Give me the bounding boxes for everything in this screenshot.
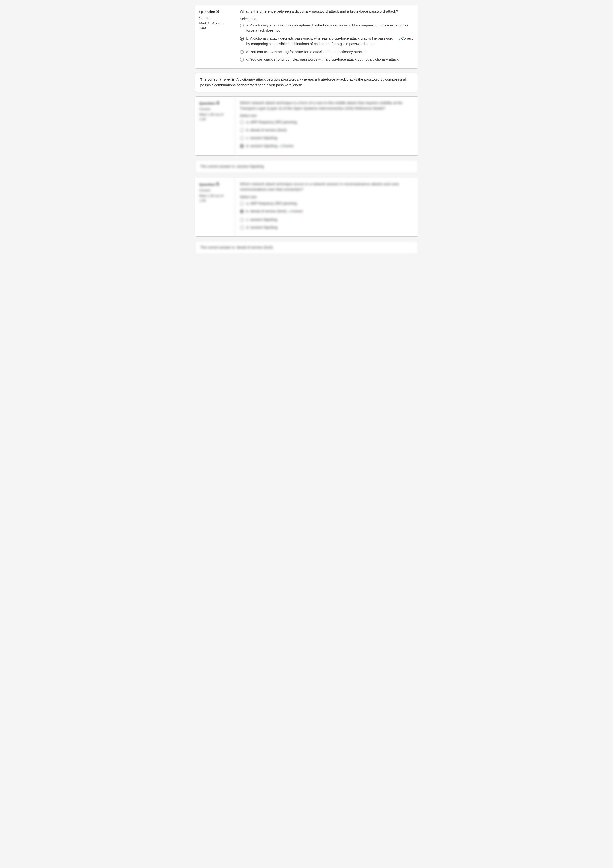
- option-text-q3-3: d. You can crack strong, complex passwor…: [247, 57, 399, 62]
- answer-box-q5: The correct answer is: denial of service…: [195, 241, 418, 254]
- option-text-q3-2: c. You can use Aircrack-ng for brute-for…: [247, 49, 366, 55]
- question-status-q3: Correct: [199, 16, 231, 20]
- radio-q5-2[interactable]: [240, 218, 244, 222]
- question-mark-q4: Mark 1.00 out of 1.00: [199, 112, 231, 122]
- radio-q3-1[interactable]: [240, 37, 244, 40]
- question-content-q3: What is the difference between a diction…: [235, 5, 418, 68]
- correct-check-icon-q4-3: ✔: [279, 143, 282, 149]
- option-text-q4-0: a. ARP frequency (RF) jamming: [247, 119, 297, 125]
- radio-q5-1[interactable]: [240, 209, 244, 214]
- correct-check-icon-q3-1: ✔: [398, 36, 402, 42]
- correct-label-q5-1: Correct: [291, 209, 303, 214]
- question-mark-q5: Mark 1.00 out of 1.00: [199, 194, 231, 203]
- question-number-q3: Question 3: [199, 9, 231, 14]
- question-mark-q3: Mark 1.00 out of 1.00: [199, 21, 231, 31]
- radio-q3-3[interactable]: [240, 58, 244, 62]
- question-block-q5: Question 5CorrectMark 1.00 out of 1.00Wh…: [195, 178, 418, 237]
- option-text-q4-3: d. session hijacking: [247, 143, 278, 149]
- correct-check-icon-q5-1: ✔: [288, 209, 291, 215]
- correct-label-q3-1: Correct: [402, 36, 413, 41]
- option-text-q5-3: d. session hijacking: [247, 225, 278, 230]
- option-item-q5-3[interactable]: d. session hijacking: [240, 225, 413, 230]
- option-item-q3-1[interactable]: b. A dictionary attack decrypts password…: [240, 36, 413, 47]
- question-content-q5: Which network attack technique occurs in…: [235, 178, 418, 236]
- question-sidebar-q5: Question 5CorrectMark 1.00 out of 1.00: [196, 178, 235, 236]
- option-item-q4-2[interactable]: c. session hijacking: [240, 135, 413, 141]
- option-item-q5-0[interactable]: a. ARP frequency (RF) jamming: [240, 201, 413, 206]
- option-text-q3-1: b. A dictionary attack decrypts password…: [247, 36, 397, 47]
- option-item-q4-1[interactable]: b. denial of service (DoS): [240, 127, 413, 133]
- options-list-q3: a. A dictionary attack requires a captur…: [240, 23, 413, 63]
- question-sidebar-q3: Question 3CorrectMark 1.00 out of 1.00: [196, 5, 235, 68]
- option-item-q3-3[interactable]: d. You can crack strong, complex passwor…: [240, 57, 413, 62]
- option-text-q5-1: b. denial of service (DoS): [247, 209, 287, 214]
- option-item-q4-3[interactable]: d. session hijacking✔ Correct: [240, 143, 413, 149]
- select-one-label-q3: Select one:: [240, 17, 413, 21]
- question-content-q4: Which network attack technique is a form…: [235, 96, 418, 155]
- question-block-q4: Question 4CorrectMark 1.00 out of 1.00Wh…: [195, 96, 418, 155]
- radio-q3-0[interactable]: [240, 23, 244, 28]
- option-item-q3-2[interactable]: c. You can use Aircrack-ng for brute-for…: [240, 49, 413, 55]
- radio-q4-2[interactable]: [240, 136, 244, 140]
- question-block-q3: Question 3CorrectMark 1.00 out of 1.00Wh…: [195, 5, 418, 68]
- options-list-q5: a. ARP frequency (RF) jammingb. denial o…: [240, 201, 413, 230]
- option-text-q3-0: a. A dictionary attack requires a captur…: [247, 23, 413, 34]
- question-text-q5: Which network attack technique occurs in…: [240, 181, 413, 192]
- options-list-q4: a. ARP frequency (RF) jammingb. denial o…: [240, 119, 413, 149]
- radio-q4-3[interactable]: [240, 144, 244, 148]
- question-status-q5: Correct: [199, 189, 231, 192]
- radio-q5-0[interactable]: [240, 202, 244, 206]
- question-text-q4: Which network attack technique is a form…: [240, 100, 413, 111]
- question-sidebar-q4: Question 4CorrectMark 1.00 out of 1.00: [196, 96, 235, 155]
- option-item-q5-2[interactable]: c. session hijacking: [240, 217, 413, 223]
- answer-box-q3: The correct answer is: A dictionary atta…: [195, 73, 418, 92]
- radio-q5-3[interactable]: [240, 226, 244, 229]
- option-item-q5-1[interactable]: b. denial of service (DoS)✔ Correct: [240, 209, 413, 215]
- correct-label-q4-3: Correct: [282, 143, 293, 149]
- answer-box-q4: The correct answer is: session hijacking: [195, 160, 418, 173]
- option-text-q5-2: c. session hijacking: [247, 217, 278, 223]
- option-text-q5-0: a. ARP frequency (RF) jamming: [247, 201, 297, 206]
- question-text-q3: What is the difference between a diction…: [240, 9, 413, 14]
- page-wrapper: Question 3CorrectMark 1.00 out of 1.00Wh…: [195, 5, 418, 254]
- question-number-q5: Question 5: [199, 181, 231, 187]
- question-number-q4: Question 4: [199, 100, 231, 106]
- question-status-q4: Correct: [199, 107, 231, 111]
- select-one-label-q5: Select one:: [240, 195, 413, 199]
- select-one-label-q4: Select one:: [240, 114, 413, 118]
- radio-q4-0[interactable]: [240, 120, 244, 124]
- option-item-q3-0[interactable]: a. A dictionary attack requires a captur…: [240, 23, 413, 34]
- option-text-q4-2: c. session hijacking: [247, 135, 278, 141]
- option-item-q4-0[interactable]: a. ARP frequency (RF) jamming: [240, 119, 413, 125]
- option-text-q4-1: b. denial of service (DoS): [247, 127, 287, 133]
- radio-q4-1[interactable]: [240, 128, 244, 132]
- radio-q3-2[interactable]: [240, 50, 244, 54]
